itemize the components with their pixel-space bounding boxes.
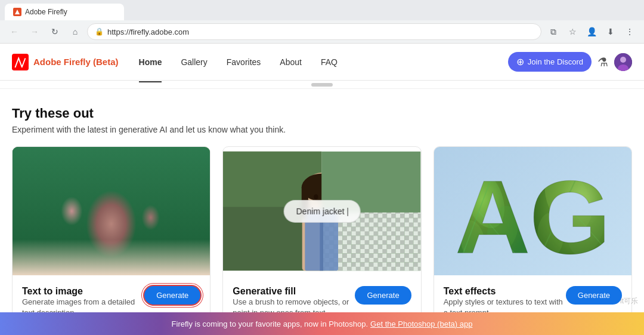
generate-button-2[interactable]: Generate — [355, 286, 411, 305]
brand-name: Adobe Firefly (Beta) — [33, 57, 119, 67]
text-effects-svg: A G — [449, 152, 616, 271]
svg-point-20 — [21, 224, 51, 259]
main-nav: Home Gallery Favorites About FAQ — [131, 53, 508, 72]
browser-chrome: Adobe Firefly ← → ↻ ⌂ 🔒 https://firefly.… — [0, 0, 644, 44]
url-text: https://firefly.adobe.com — [107, 27, 534, 36]
bottom-banner: Firefly is coming to your favorite apps,… — [0, 312, 644, 335]
discord-icon: ⊕ — [516, 56, 524, 67]
scroll-pill — [311, 83, 333, 87]
svg-text:A: A — [455, 159, 530, 271]
denim-input-text: Denim jacket — [296, 206, 345, 216]
scroll-indicator — [0, 81, 644, 89]
avatar-image — [614, 53, 632, 71]
svg-rect-9 — [79, 213, 85, 247]
user-avatar[interactable] — [614, 53, 632, 71]
svg-point-10 — [112, 175, 146, 216]
svg-point-2 — [620, 57, 626, 63]
extensions-button[interactable]: ⧉ — [545, 23, 562, 40]
section-subtitle: Experiment with the latest in generative… — [12, 125, 632, 134]
tab-favicon — [13, 8, 21, 16]
card-image-generative-fill: Denim jacket — [223, 147, 420, 275]
profile-button[interactable]: 👤 — [583, 23, 600, 40]
nav-faq[interactable]: FAQ — [312, 53, 346, 72]
svg-rect-11 — [126, 207, 132, 247]
home-button[interactable]: ⌂ — [67, 23, 83, 40]
card-generative-fill: Denim jacket Generative fill Use a brush… — [222, 146, 421, 335]
svg-rect-13 — [103, 216, 109, 253]
svg-point-16 — [160, 244, 168, 252]
text-cursor — [347, 208, 348, 216]
app-header: Adobe Firefly (Beta) Home Gallery Favori… — [0, 44, 644, 81]
svg-rect-7 — [94, 224, 128, 273]
svg-point-19 — [131, 172, 141, 180]
card-image-text-to-image — [13, 147, 210, 275]
svg-rect-5 — [13, 172, 210, 274]
bookmark-button[interactable]: ☆ — [564, 23, 581, 40]
watermark: it可乐 — [620, 296, 638, 306]
tab-bar: Adobe Firefly — [0, 0, 644, 20]
download-button[interactable]: ⬇ — [602, 23, 619, 40]
toolbar-actions: ⧉ ☆ 👤 ⬇ ⋮ — [545, 23, 638, 40]
card-title-1: Text to image — [22, 286, 144, 297]
svg-text:G: G — [530, 159, 611, 271]
discord-label: Join the Discord — [528, 57, 583, 66]
nav-home[interactable]: Home — [131, 53, 171, 72]
card-text-effects: A G — [434, 146, 632, 335]
nav-favorites[interactable]: Favorites — [218, 53, 270, 72]
fantasy-garden-image — [13, 147, 210, 275]
back-button[interactable]: ← — [6, 23, 23, 40]
browser-toolbar: ← → ↻ ⌂ 🔒 https://firefly.adobe.com ⧉ ☆ … — [0, 20, 644, 43]
svg-rect-4 — [13, 149, 210, 274]
svg-point-18 — [123, 173, 134, 182]
svg-point-15 — [55, 253, 63, 260]
card-title-2: Generative fill — [233, 286, 355, 297]
card-image-text-effects: A G — [434, 147, 631, 275]
lock-icon: 🔒 — [95, 27, 104, 36]
flask-icon[interactable]: ⚗ — [597, 55, 608, 69]
svg-point-28 — [314, 194, 318, 199]
reload-button[interactable]: ↻ — [47, 23, 63, 40]
browser-tab[interactable]: Adobe Firefly — [5, 4, 124, 20]
svg-point-8 — [59, 175, 106, 228]
text-fx-letters: A G — [434, 147, 631, 275]
banner-text: Firefly is coming to your favorite apps,… — [172, 319, 369, 328]
svg-point-21 — [175, 223, 199, 256]
card-text-to-image: Text to image Generate images from a det… — [12, 146, 210, 335]
generate-button-3[interactable]: Generate — [566, 286, 622, 305]
adobe-logo: Adobe Firefly (Beta) — [12, 54, 119, 70]
card-title-3: Text effects — [444, 286, 566, 297]
banner-link[interactable]: Get the Photoshop (beta) app — [370, 319, 472, 328]
cards-grid: Text to image Generate images from a det… — [12, 146, 632, 335]
menu-button[interactable]: ⋮ — [621, 23, 638, 40]
svg-point-6 — [76, 253, 146, 275]
generative-fill-input[interactable]: Denim jacket — [284, 199, 361, 222]
header-actions: ⊕ Join the Discord ⚗ — [508, 52, 632, 72]
svg-point-12 — [85, 180, 126, 227]
main-content: Try these out Experiment with the latest… — [0, 89, 644, 335]
nav-gallery[interactable]: Gallery — [172, 53, 215, 72]
forward-button[interactable]: → — [26, 23, 43, 40]
tab-title: Adobe Firefly — [25, 8, 67, 16]
svg-point-17 — [172, 250, 178, 256]
generate-button-1[interactable]: Generate — [144, 286, 200, 305]
section-title: Try these out — [12, 106, 632, 121]
nav-about[interactable]: About — [271, 53, 310, 72]
svg-point-14 — [43, 245, 52, 255]
address-bar[interactable]: 🔒 https://firefly.adobe.com — [87, 23, 541, 40]
discord-button[interactable]: ⊕ Join the Discord — [508, 52, 592, 72]
adobe-firefly-icon — [12, 54, 29, 70]
